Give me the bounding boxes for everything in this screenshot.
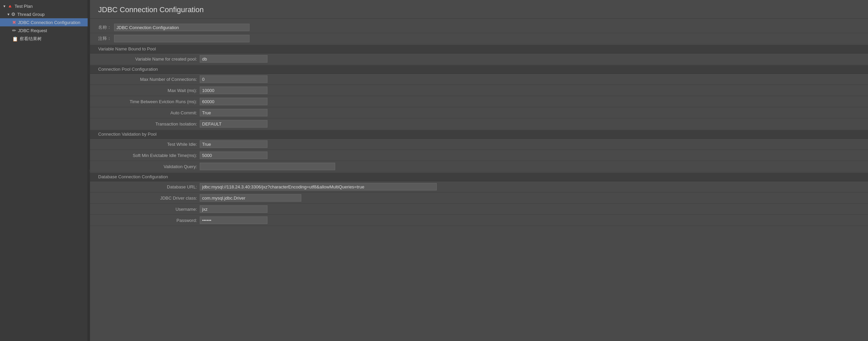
database-url-label: Database URL: [98, 184, 200, 189]
test-while-idle-label: Test While Idle: [98, 142, 200, 147]
sidebar-item-label-jdbc-connection: JDBC Connection Configuration [18, 20, 80, 25]
sidebar-item-jdbc-connection[interactable]: ✖ JDBC Connection Configuration [0, 18, 88, 26]
username-label: Username: [98, 207, 200, 212]
transaction-isolation-row: Transaction Isolation: [90, 118, 868, 130]
comment-input[interactable] [114, 35, 249, 42]
auto-commit-row: Auto Commit: [90, 107, 868, 118]
form-area: 名称： 注释： Variable Name Bound to Pool Vari… [90, 19, 868, 229]
username-input[interactable] [200, 205, 267, 213]
name-label: 名称： [98, 24, 111, 30]
sidebar-item-label-thread-group: Thread Group [17, 12, 45, 17]
password-label: Password: [98, 218, 200, 223]
database-url-input[interactable] [200, 183, 437, 190]
jdbc-driver-class-row: JDBC Driver class: [90, 192, 868, 204]
auto-commit-label: Auto Commit: [98, 110, 200, 115]
toggle-icon-test-plan: ▼ [3, 4, 6, 8]
sidebar-item-test-plan[interactable]: ▼ 🔺 Test Plan [0, 2, 88, 10]
eviction-runs-label: Time Between Eviction Runs (ms): [98, 99, 200, 104]
name-input[interactable] [114, 24, 249, 31]
auto-commit-input[interactable] [200, 109, 267, 116]
test-while-idle-input[interactable] [200, 140, 267, 148]
variable-name-pool-value-col [200, 55, 860, 63]
toggle-icon-thread-group: ▼ [7, 13, 10, 16]
sidebar-item-thread-group[interactable]: ▼ ⚙ Thread Group [0, 10, 88, 18]
max-connections-label: Max Number of Connections: [98, 77, 200, 82]
section-header-database-connection: Database Connection Configuration [90, 172, 868, 181]
max-wait-label: Max Wait (ms): [98, 88, 200, 93]
sidebar-item-view-results[interactable]: 📋 察看结果树 [0, 35, 88, 43]
transaction-isolation-label: Transaction Isolation: [98, 121, 200, 127]
max-wait-input[interactable] [200, 87, 267, 94]
max-wait-row: Max Wait (ms): [90, 85, 868, 96]
sidebar: ▼ 🔺 Test Plan ▼ ⚙ Thread Group ✖ JDBC Co… [0, 0, 88, 341]
eviction-runs-row: Time Between Eviction Runs (ms): [90, 96, 868, 107]
sidebar-item-label-jdbc-request: JDBC Request [18, 28, 47, 33]
variable-name-pool-input[interactable] [200, 55, 267, 63]
max-connections-input[interactable] [200, 75, 267, 83]
jdbc-driver-class-input[interactable] [200, 194, 301, 202]
comment-row: 注释： [90, 33, 868, 44]
test-plan-icon: 🔺 [7, 3, 13, 9]
password-row: Password: [90, 215, 868, 226]
validation-query-row: Validation Query: [90, 161, 868, 172]
name-row: 名称： [90, 22, 868, 33]
section-header-connection-validation: Connection Validation by Pool [90, 130, 868, 139]
transaction-isolation-input[interactable] [200, 120, 267, 128]
page-title: JDBC Connection Configuration [90, 0, 868, 19]
section-header-variable-name: Variable Name Bound to Pool [90, 44, 868, 53]
jdbc-connection-icon: ✖ [12, 20, 16, 25]
soft-min-evictable-input[interactable] [200, 152, 267, 159]
database-url-row: Database URL: [90, 181, 868, 192]
sidebar-item-jdbc-request[interactable]: ✏ JDBC Request [0, 26, 88, 35]
section-header-connection-pool: Connection Pool Configuration [90, 65, 868, 74]
validation-query-input[interactable] [200, 163, 335, 170]
soft-min-evictable-label: Soft Min Evictable Idle Time(ms): [98, 153, 200, 158]
sidebar-item-label-view-results: 察看结果树 [20, 36, 42, 42]
variable-name-pool-row: Variable Name for created pool: [90, 53, 868, 65]
password-input[interactable] [200, 217, 267, 224]
thread-group-icon: ⚙ [11, 12, 16, 17]
jdbc-driver-class-label: JDBC Driver class: [98, 196, 200, 201]
max-connections-row: Max Number of Connections: [90, 74, 868, 85]
variable-name-pool-label: Variable Name for created pool: [98, 56, 200, 62]
main-content: JDBC Connection Configuration 名称： 注释： Va… [90, 0, 868, 341]
validation-query-label: Validation Query: [98, 164, 200, 169]
eviction-runs-input[interactable] [200, 98, 267, 105]
comment-label: 注释： [98, 36, 111, 42]
soft-min-evictable-row: Soft Min Evictable Idle Time(ms): [90, 150, 868, 161]
jdbc-request-icon: ✏ [12, 28, 16, 33]
username-row: Username: [90, 204, 868, 215]
test-while-idle-row: Test While Idle: [90, 139, 868, 150]
view-results-icon: 📋 [12, 36, 18, 42]
sidebar-item-label-test-plan: Test Plan [15, 4, 32, 9]
